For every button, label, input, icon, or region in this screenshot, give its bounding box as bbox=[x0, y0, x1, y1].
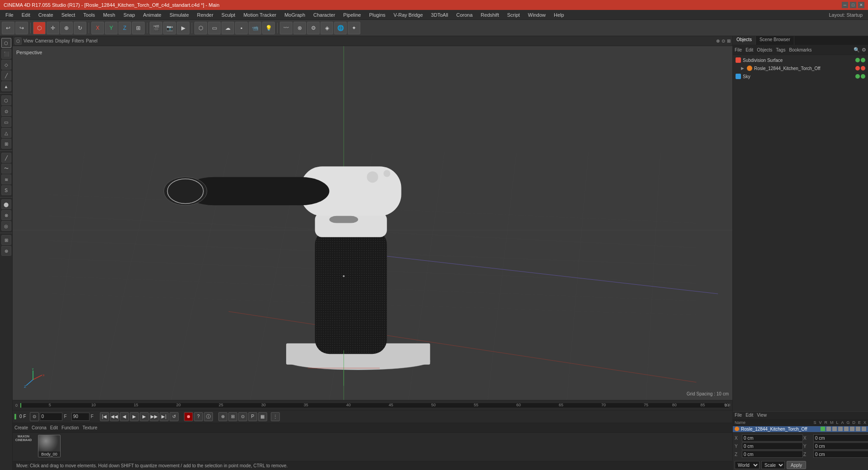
obj-settings-icon[interactable]: ⚙ bbox=[862, 47, 866, 53]
coord-input-sx[interactable] bbox=[813, 434, 868, 442]
obj-menu-edit[interactable]: Edit bbox=[745, 47, 753, 52]
vertex-mode-button[interactable]: ◇ bbox=[1, 60, 11, 70]
obj-render-subdivision[interactable] bbox=[861, 58, 865, 62]
record-button[interactable]: ⊙ bbox=[30, 412, 39, 421]
obj-search-icon[interactable]: 🔍 bbox=[854, 47, 860, 53]
live-select-button[interactable]: ⬡ bbox=[33, 22, 46, 34]
coord-input-x[interactable] bbox=[742, 434, 803, 442]
menu-corona[interactable]: Corona bbox=[453, 11, 476, 19]
menu-tools[interactable]: Tools bbox=[80, 11, 99, 19]
texture-mode-button[interactable]: ⬛ bbox=[1, 49, 11, 59]
viewport-menu-view[interactable]: View bbox=[24, 38, 33, 43]
x-axis-button[interactable]: X bbox=[91, 22, 104, 34]
world-coord-button[interactable]: ⊞ bbox=[132, 22, 145, 34]
smooth-tool[interactable]: ≋ bbox=[1, 174, 11, 184]
scene-btn[interactable]: 🌐 bbox=[334, 22, 347, 34]
obj-item-torch[interactable]: ▶ Rosle_12844_Kitchen_Torch_Off bbox=[734, 64, 867, 72]
timeline[interactable]: 0 5 10 15 20 25 30 35 40 45 50 55 60 65 bbox=[13, 400, 732, 410]
record-marker-button[interactable]: ? bbox=[194, 412, 203, 421]
menu-redshift[interactable]: Redshift bbox=[477, 11, 502, 19]
minimize-button[interactable]: ─ bbox=[842, 2, 848, 8]
model-mode-button[interactable]: ⬡ bbox=[1, 38, 11, 48]
obj-vis-torch[interactable] bbox=[855, 66, 860, 70]
mat-menu-texture[interactable]: Texture bbox=[82, 425, 97, 430]
poly-mode-button[interactable]: ▲ bbox=[1, 81, 11, 91]
menu-window[interactable]: Window bbox=[524, 11, 549, 19]
record-auto-button[interactable]: ⏺ bbox=[184, 412, 193, 421]
coord-input-sy[interactable] bbox=[813, 442, 868, 450]
render-button[interactable]: ▶ bbox=[177, 22, 189, 34]
selected-icon6[interactable] bbox=[850, 427, 854, 431]
coords-menu-file[interactable]: File bbox=[735, 413, 742, 418]
prev-frame-button[interactable]: ◀ bbox=[120, 412, 129, 421]
menu-simulate[interactable]: Simulate bbox=[166, 11, 193, 19]
menu-render[interactable]: Render bbox=[193, 11, 217, 19]
maximize-button[interactable]: □ bbox=[850, 2, 856, 8]
viewport-icon-3[interactable]: ⊞ bbox=[727, 38, 731, 43]
end-frame-input[interactable] bbox=[71, 413, 90, 421]
go-start-button[interactable]: |◀ bbox=[100, 412, 109, 421]
menu-plugins[interactable]: Plugins bbox=[365, 11, 389, 19]
spline-button[interactable]: 〰 bbox=[280, 22, 292, 34]
selected-vis[interactable] bbox=[821, 427, 825, 431]
pb-extra-4[interactable]: P bbox=[248, 412, 257, 421]
y-axis-button[interactable]: Y bbox=[105, 22, 118, 34]
extrude-tool[interactable]: S bbox=[1, 185, 11, 195]
pb-extra-1[interactable]: ⊕ bbox=[218, 412, 227, 421]
obj-menu-bookmarks[interactable]: Bookmarks bbox=[789, 47, 811, 52]
obj-item-sky[interactable]: Sky bbox=[734, 72, 867, 80]
pb-extra-5[interactable]: ▦ bbox=[258, 412, 267, 421]
close-button[interactable]: ✕ bbox=[858, 2, 864, 8]
tab-objects[interactable]: Objects bbox=[733, 36, 756, 45]
menu-mesh[interactable]: Mesh bbox=[99, 11, 119, 19]
menu-pipeline[interactable]: Pipeline bbox=[340, 11, 364, 19]
rotate-button[interactable]: ↻ bbox=[74, 22, 86, 34]
menu-snap[interactable]: Snap bbox=[120, 11, 139, 19]
sculpt-tool[interactable]: ◎ bbox=[1, 221, 11, 231]
coord-input-y[interactable] bbox=[742, 442, 803, 450]
selected-icon5[interactable] bbox=[844, 427, 849, 431]
coord-input-sz[interactable] bbox=[813, 451, 868, 458]
menu-script[interactable]: Script bbox=[504, 11, 524, 19]
frame-input[interactable] bbox=[40, 413, 62, 421]
viewport-menu-panel[interactable]: Panel bbox=[86, 38, 98, 43]
z-axis-button[interactable]: Z bbox=[118, 22, 131, 34]
menu-animate[interactable]: Animate bbox=[140, 11, 165, 19]
selected-icon7[interactable] bbox=[856, 427, 860, 431]
nurbs-button[interactable]: ⊗ bbox=[293, 22, 306, 34]
mat-menu-corona[interactable]: Corona bbox=[32, 425, 47, 430]
record-info-button[interactable]: ⓘ bbox=[204, 412, 213, 421]
obj-menu-file[interactable]: File bbox=[735, 47, 742, 52]
fx-button[interactable]: ✦ bbox=[348, 22, 360, 34]
deformer-button[interactable]: ◈ bbox=[321, 22, 333, 34]
line-tool[interactable]: ╱ bbox=[1, 153, 11, 163]
timeline-bar[interactable]: 5 10 15 20 25 30 35 40 45 50 55 60 65 70… bbox=[20, 403, 729, 408]
menu-3dtoall[interactable]: 3DToAll bbox=[427, 11, 452, 19]
obj-render-torch[interactable] bbox=[861, 66, 865, 70]
menu-create[interactable]: Create bbox=[35, 11, 57, 19]
coords-mode-select[interactable]: Scale Size bbox=[761, 461, 785, 469]
obj-menu-objects[interactable]: Objects bbox=[757, 47, 772, 52]
floor-button[interactable]: ▭ bbox=[208, 22, 221, 34]
bend-tool[interactable]: ⊛ bbox=[1, 246, 11, 256]
select-all-button[interactable]: ⬡ bbox=[1, 95, 11, 105]
menu-vray[interactable]: V-Ray Bridge bbox=[390, 11, 427, 19]
viewport-menu-cameras[interactable]: Cameras bbox=[35, 38, 54, 43]
sky-button[interactable]: ☁ bbox=[222, 22, 234, 34]
spline-tool[interactable]: 〜 bbox=[1, 164, 11, 174]
coords-menu-edit[interactable]: Edit bbox=[745, 413, 753, 418]
apply-button[interactable]: Apply bbox=[787, 461, 806, 469]
loop-select-tool[interactable]: ⊞ bbox=[1, 139, 11, 149]
pb-extra-3[interactable]: ⊙ bbox=[238, 412, 247, 421]
pb-settings-button[interactable]: ⋮ bbox=[271, 412, 280, 421]
obj-menu-tags[interactable]: Tags bbox=[776, 47, 785, 52]
selected-icon8[interactable] bbox=[862, 427, 866, 431]
menu-mograph[interactable]: MoGraph bbox=[281, 11, 309, 19]
mat-menu-create[interactable]: Create bbox=[14, 425, 28, 430]
redo-button[interactable]: ↪ bbox=[15, 22, 28, 34]
selected-icon2[interactable] bbox=[826, 427, 831, 431]
next-key-button[interactable]: ▶▶ bbox=[150, 412, 159, 421]
edge-mode-button[interactable]: ╱ bbox=[1, 70, 11, 80]
generator-button[interactable]: ⚙ bbox=[307, 22, 320, 34]
move-button[interactable]: ✛ bbox=[47, 22, 59, 34]
